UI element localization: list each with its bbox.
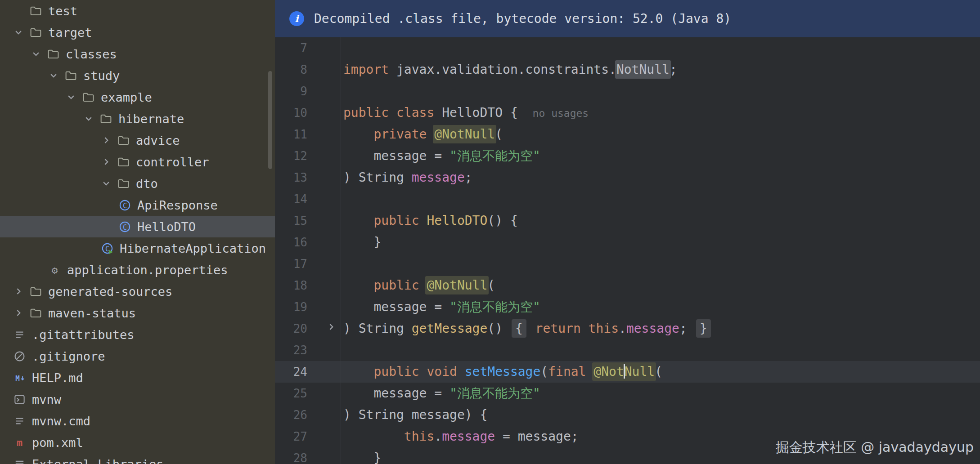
- editor-line-20: 20) String getMessage() { return this.me…: [275, 318, 980, 339]
- chevron-right-icon[interactable]: [100, 155, 117, 169]
- tree-item-external-libraries[interactable]: External Libraries: [0, 453, 275, 464]
- tree-item-mvnw-cmd[interactable]: mvnw.cmd: [0, 410, 275, 432]
- code-text[interactable]: message = "消息不能为空": [341, 145, 980, 167]
- fold-gutter: [307, 188, 341, 210]
- code-text[interactable]: [341, 253, 980, 275]
- tree-item-label: mvnw.cmd: [32, 414, 90, 428]
- editor-line-18: 18 public @NotNull(: [275, 275, 980, 296]
- tree-item-label: application.properties: [67, 263, 228, 277]
- code-text[interactable]: public void setMessage(final @NotNull(: [341, 361, 980, 383]
- tree-item-label: generated-sources: [48, 285, 172, 299]
- tree-item-hibernate[interactable]: hibernate: [0, 108, 275, 129]
- fold-gutter: [307, 296, 341, 318]
- chevron-down-icon[interactable]: [83, 112, 99, 125]
- tree-item-generated-sources[interactable]: generated-sources: [0, 281, 275, 302]
- line-number: 26: [275, 404, 307, 426]
- fold-gutter: [307, 167, 341, 188]
- line-number: 28: [275, 447, 307, 464]
- chevron-right-icon[interactable]: [100, 134, 117, 147]
- code-text[interactable]: ) String getMessage() { return this.mess…: [341, 318, 980, 339]
- code-text[interactable]: private @NotNull(: [341, 124, 980, 145]
- code-text[interactable]: [341, 339, 980, 361]
- list-icon: [13, 414, 26, 428]
- chevron-down-icon[interactable]: [100, 177, 117, 190]
- tree-item-gitignore[interactable]: .gitignore: [0, 345, 275, 367]
- tree-item-label: mvnw: [32, 393, 61, 406]
- tree-item-classes[interactable]: classes: [0, 43, 275, 65]
- code-text[interactable]: ) String message) {: [341, 404, 980, 426]
- editor-line-12: 12 message = "消息不能为空": [275, 145, 980, 167]
- editor-line-16: 16 }: [275, 232, 980, 253]
- tree-item-hibernateapplication[interactable]: CHibernateApplication: [0, 237, 275, 259]
- line-number: 13: [275, 167, 307, 188]
- tree-item-gitattributes[interactable]: .gitattributes: [0, 324, 275, 345]
- fold-collapsed-icon[interactable]: [325, 318, 337, 339]
- code-text[interactable]: [341, 188, 980, 210]
- tree-item-study[interactable]: study: [0, 65, 275, 86]
- editor-pane: Decompiled .class file, bytecode version…: [275, 0, 980, 464]
- editor-line-19: 19 message = "消息不能为空": [275, 296, 980, 318]
- tree-item-label: classes: [66, 47, 117, 61]
- editor-line-7: 7: [275, 37, 980, 59]
- tree-item-label: controller: [136, 155, 209, 169]
- code-text[interactable]: public class HelloDTO { no usages: [341, 102, 980, 124]
- tree-item-maven-status[interactable]: maven-status: [0, 302, 275, 324]
- line-number: 19: [275, 296, 307, 318]
- fold-gutter: [307, 383, 341, 404]
- line-number: 25: [275, 383, 307, 404]
- folder-icon: [29, 4, 42, 18]
- tree-item-controller[interactable]: controller: [0, 151, 275, 173]
- tree-item-hellodto[interactable]: CHelloDTO: [0, 216, 275, 237]
- code-text[interactable]: message = "消息不能为空": [341, 383, 980, 404]
- tree-item-help-md[interactable]: MHELP.md: [0, 367, 275, 388]
- chevron-down-icon[interactable]: [65, 90, 81, 104]
- tree-item-apiresponse[interactable]: CApiResponse: [0, 194, 275, 216]
- chevron-right-icon[interactable]: [13, 306, 29, 320]
- svg-text:⚙: ⚙: [51, 263, 58, 276]
- code-text[interactable]: public @NotNull(: [341, 275, 980, 296]
- code-text[interactable]: ) String message;: [341, 167, 980, 188]
- chevron-down-icon[interactable]: [13, 26, 29, 39]
- fold-gutter: [307, 447, 341, 464]
- folder-icon: [117, 177, 130, 190]
- line-number: 20: [275, 318, 307, 339]
- class-icon: C: [118, 198, 131, 212]
- tree-item-label: hibernate: [118, 112, 184, 126]
- tree-scrollbar[interactable]: [268, 71, 272, 169]
- tree-item-pom-xml[interactable]: mpom.xml: [0, 432, 275, 453]
- tree-item-label: maven-status: [48, 306, 136, 320]
- tree-item-label: pom.xml: [32, 436, 83, 450]
- fold-gutter: [307, 339, 341, 361]
- tree-item-application-properties[interactable]: ⚙application.properties: [0, 259, 275, 281]
- chevron-down-icon[interactable]: [30, 47, 46, 61]
- editor-line-11: 11 private @NotNull(: [275, 124, 980, 145]
- editor-line-14: 14: [275, 188, 980, 210]
- code-text[interactable]: [341, 80, 980, 102]
- fold-gutter: [307, 145, 341, 167]
- code-area: 78import javax.validation.constraints.No…: [275, 37, 980, 464]
- tree-item-test[interactable]: test: [0, 0, 275, 22]
- editor-line-10: 10public class HelloDTO { no usages: [275, 102, 980, 124]
- tree-item-target[interactable]: target: [0, 22, 275, 43]
- folder-icon: [46, 47, 60, 61]
- chevron-down-icon[interactable]: [48, 69, 64, 82]
- tree-item-label: .gitignore: [32, 349, 105, 363]
- chevron-right-icon[interactable]: [13, 285, 29, 298]
- tree-item-label: target: [48, 26, 92, 40]
- tree-item-dto[interactable]: dto: [0, 173, 275, 194]
- project-tree: testtargetclassesstudyexamplehibernatead…: [0, 0, 275, 464]
- fold-gutter: [307, 124, 341, 145]
- fold-gutter[interactable]: [307, 318, 341, 339]
- folder-icon: [117, 155, 130, 169]
- tree-item-example[interactable]: example: [0, 86, 275, 108]
- tree-item-label: .gitattributes: [32, 328, 135, 342]
- tree-item-advice[interactable]: advice: [0, 129, 275, 151]
- code-text[interactable]: public HelloDTO() {: [341, 210, 980, 232]
- code-text[interactable]: }: [341, 232, 980, 253]
- info-icon: [289, 11, 304, 26]
- code-text[interactable]: message = "消息不能为空": [341, 296, 980, 318]
- tree-item-label: ApiResponse: [137, 198, 218, 212]
- code-text[interactable]: [341, 37, 980, 59]
- code-text[interactable]: import javax.validation.constraints.NotN…: [341, 59, 980, 80]
- tree-item-mvnw[interactable]: mvnw: [0, 388, 275, 410]
